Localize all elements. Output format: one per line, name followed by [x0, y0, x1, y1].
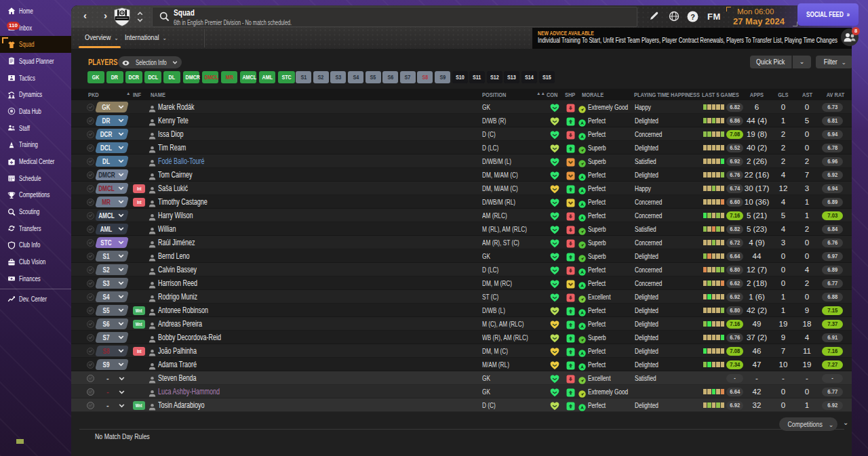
svg-text:?: ?: [690, 13, 695, 21]
